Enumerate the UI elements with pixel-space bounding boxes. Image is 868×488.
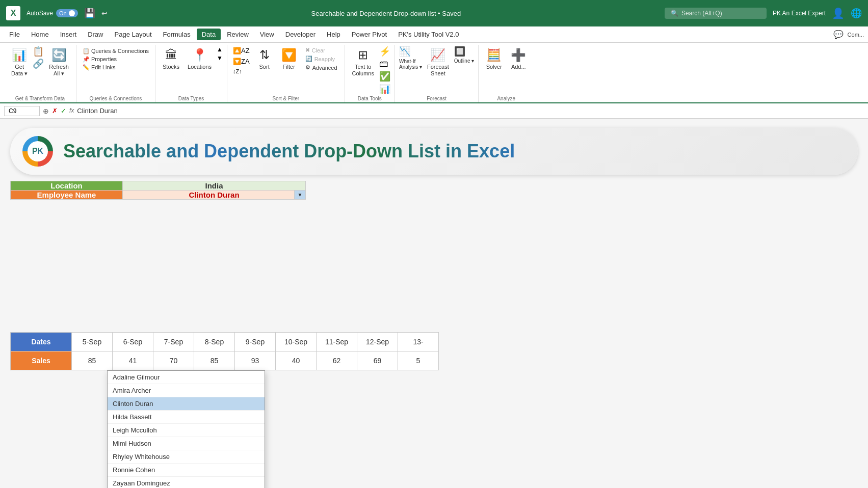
dropdown-item-2[interactable]: Clinton Duran <box>108 397 265 411</box>
location-value[interactable]: India <box>123 181 306 191</box>
what-if-button[interactable]: 📉 <box>399 46 422 57</box>
filter-label: Filter <box>282 64 295 70</box>
outline-area: 🔲 Outline ▾ <box>454 46 474 64</box>
sort-za-button[interactable]: 🔽ZA <box>231 57 251 66</box>
sort-custom-button[interactable]: ↕Z↑ <box>231 67 251 75</box>
cell-reference[interactable]: C9 <box>4 106 40 116</box>
dropdown-arrow[interactable]: ▼ <box>294 191 305 199</box>
share-icon[interactable]: 🌐 <box>851 8 862 19</box>
text-to-columns-button[interactable]: ⊞ Text to Columns <box>349 46 377 79</box>
title-bar: X AutoSave On 💾 ↩ Searchable and Depende… <box>0 0 868 26</box>
forecast-sheet-label: Forecast Sheet <box>427 64 449 77</box>
text-to-columns-icon: ⊞ <box>358 48 368 63</box>
queries-option2[interactable]: 📌 Properties <box>83 56 149 63</box>
ribbon-group-get-transform: 📊 GetData ▾ 📋 🔗 🔄 RefreshAll ▾ Get & Tra… <box>4 45 76 102</box>
confirm-edit-icon[interactable]: ✓ <box>61 107 66 115</box>
outline-label: Outline ▾ <box>454 58 474 64</box>
ribbon-buttons-sort-filter: 🔼AZ 🔽ZA ↕Z↑ ⇅ Sort 🔽 Filter ✖ Clear 🔄 R <box>231 46 340 95</box>
locations-button[interactable]: 📍 Locations <box>185 46 215 72</box>
filter-button[interactable]: 🔽 Filter <box>278 46 300 72</box>
menu-data[interactable]: Data <box>197 29 221 40</box>
formula-functions-icon[interactable]: ⊕ <box>43 107 49 115</box>
sort-button[interactable]: ⇅ Sort <box>253 46 276 72</box>
ribbon-group-analyze: 🧮 Solver ➕ Add... Analyze <box>479 45 534 102</box>
refresh-all-button[interactable]: 🔄 RefreshAll ▾ <box>46 46 72 79</box>
menu-insert[interactable]: Insert <box>55 29 82 40</box>
datatypes-arrow-up[interactable]: ▲ <box>217 46 223 53</box>
employee-value-cell[interactable]: Clinton Duran ▼ <box>123 191 306 200</box>
menu-powerpivot[interactable]: Power Pivot <box>347 29 392 40</box>
menu-help[interactable]: Help <box>322 29 346 40</box>
formula-bar: C9 ⊕ ✗ ✓ fx Clinton Duran <box>0 103 868 119</box>
stocks-button[interactable]: 🏛 Stocks <box>160 46 182 72</box>
datatypes-arrow-down[interactable]: ▼ <box>217 55 223 62</box>
dropdown-item-0[interactable]: Adaline Gilmour <box>108 371 265 384</box>
autosave-toggle[interactable]: On <box>56 9 78 17</box>
menu-pagelayout[interactable]: Page Layout <box>110 29 157 40</box>
user-info: PK An Excel Expert 👤 🌐 <box>773 7 862 19</box>
ribbon-buttons-forecast: 📉 What-IfAnalysis ▾ 📈 Forecast Sheet 🔲 O… <box>399 46 474 95</box>
dropdown-item-1[interactable]: Amira Archer <box>108 384 265 397</box>
ribbon: 📊 GetData ▾ 📋 🔗 🔄 RefreshAll ▾ Get & Tra… <box>0 43 868 103</box>
dates-row-label: Dates <box>11 333 72 351</box>
sales-row: Sales 85 41 70 85 93 40 62 69 5 <box>11 351 439 370</box>
formula-dividers: ✗ ✓ fx <box>52 107 74 115</box>
sales-cell-1: 41 <box>113 351 153 370</box>
menu-file[interactable]: File <box>4 29 25 40</box>
datatypes-arrows: ▲ ▼ <box>217 46 223 62</box>
ribbon-group-sort-filter: 🔼AZ 🔽ZA ↕Z↑ ⇅ Sort 🔽 Filter ✖ Clear 🔄 R <box>227 45 345 102</box>
remove-duplicates-button[interactable]: 🗃 <box>379 59 390 69</box>
queries-option3[interactable]: ✏️ Edit Links <box>83 64 149 71</box>
dropdown-item-7[interactable]: Ronnie Cohen <box>108 464 265 477</box>
cancel-edit-icon[interactable]: ✗ <box>52 107 58 115</box>
search-box[interactable]: 🔍 Search (Alt+Q) <box>665 8 767 19</box>
solver-button[interactable]: 🧮 Solver <box>483 46 505 72</box>
menu-developer[interactable]: Developer <box>280 29 321 40</box>
data-validation-button[interactable]: ✅ <box>379 71 390 82</box>
datatypes-label: Data Types <box>160 95 223 101</box>
dropdown-item-8[interactable]: Zayaan Dominguez <box>108 477 265 488</box>
ribbon-controls: 💬 Com... <box>833 30 864 39</box>
menu-review[interactable]: Review <box>222 29 254 40</box>
reapply-icon: 🔄 <box>305 56 312 62</box>
menu-formulas[interactable]: Formulas <box>158 29 196 40</box>
flash-fill-button[interactable]: ⚡ <box>379 46 390 57</box>
table-section: Location India Employee Name Clinton Dur… <box>10 181 858 370</box>
reapply-button[interactable]: 🔄 Reapply <box>302 55 340 63</box>
get-data-button[interactable]: 📊 GetData ▾ <box>8 46 31 79</box>
dropdown-item-4[interactable]: Leigh Mcculloh <box>108 424 265 437</box>
toolbar-save-icon[interactable]: 💾 <box>84 8 95 19</box>
ribbon-group-queries: 📋 Queries & Connections 📌 Properties ✏️ … <box>76 45 155 102</box>
reapply-label: Reapply <box>314 56 335 62</box>
form-table: Location India Employee Name Clinton Dur… <box>10 181 306 200</box>
queries-icon1[interactable]: 📋 <box>33 46 44 57</box>
menu-view[interactable]: View <box>255 29 279 40</box>
menu-home[interactable]: Home <box>26 29 54 40</box>
menu-pktool[interactable]: PK's Utility Tool V2.0 <box>393 29 464 40</box>
formula-content[interactable]: Clinton Duran <box>77 107 864 115</box>
forecast-sheet-button[interactable]: 📈 Forecast Sheet <box>424 46 452 79</box>
consolidate-button[interactable]: 📊 <box>379 84 390 95</box>
dropdown-item-6[interactable]: Rhyley Whitehouse <box>108 450 265 464</box>
add-button[interactable]: ➕ Add... <box>507 46 530 72</box>
queries-option1[interactable]: 📋 Queries & Connections <box>83 48 149 55</box>
outline-button[interactable]: 🔲 <box>454 46 474 57</box>
sort-az-button[interactable]: 🔼AZ <box>231 46 251 56</box>
ribbon-group-forecast: 📉 What-IfAnalysis ▾ 📈 Forecast Sheet 🔲 O… <box>395 45 479 102</box>
queries-icon2[interactable]: 🔗 <box>33 58 44 69</box>
clear-button[interactable]: ✖ Clear <box>302 46 340 55</box>
insert-function-icon[interactable]: fx <box>69 107 74 115</box>
toolbar-undo-icon[interactable]: ↩ <box>101 9 108 17</box>
dropdown-item-5[interactable]: Mimi Hudson <box>108 437 265 450</box>
share-button[interactable]: Com... <box>848 32 864 38</box>
location-label: Location <box>11 181 123 191</box>
sales-cell-7: 69 <box>357 351 398 370</box>
location-row: Location India <box>11 181 306 191</box>
menu-draw[interactable]: Draw <box>83 29 108 40</box>
dropdown-item-3[interactable]: Hilda Bassett <box>108 411 265 424</box>
queries-options: 📋 Queries & Connections 📌 Properties ✏️ … <box>81 46 151 73</box>
comment-icon[interactable]: 💬 <box>833 30 844 39</box>
data-tools-label: Data Tools <box>349 95 390 101</box>
ribbon-buttons-analyze: 🧮 Solver ➕ Add... <box>483 46 530 95</box>
advanced-button[interactable]: ⚙ Advanced <box>302 63 340 72</box>
